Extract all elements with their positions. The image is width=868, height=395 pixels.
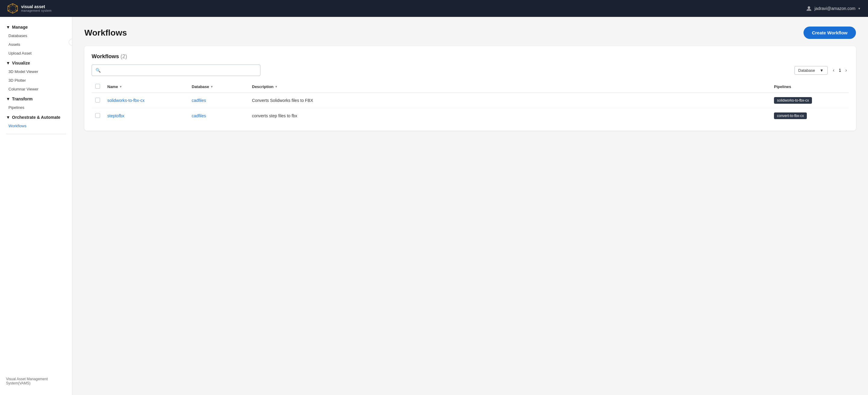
workflows-card: Workflows (2) 🔍 Database ▼ ‹ 1: [84, 46, 856, 130]
sidebar-item-databases[interactable]: Databases: [0, 31, 72, 40]
workflows-count: (2): [121, 53, 127, 59]
row-checkbox-cell: [92, 108, 104, 124]
svg-line-4: [16, 10, 18, 11]
sidebar-section-manage[interactable]: ▼ Manage: [0, 22, 72, 31]
row-description-cell: Converts Solidworks files to FBX: [248, 93, 770, 108]
col-header-pipelines: Pipelines: [770, 81, 849, 93]
logo-subtitle: management system: [21, 9, 52, 13]
transform-chevron-icon: ▼: [6, 96, 10, 101]
card-title-text: Workflows: [92, 53, 119, 59]
user-icon: [806, 5, 812, 11]
row-checkbox-1[interactable]: [95, 113, 100, 118]
orchestrate-chevron-icon: ▼: [6, 115, 10, 120]
user-email: jadravi@amazon.com: [814, 6, 855, 11]
sidebar-item-pipelines[interactable]: Pipelines: [0, 103, 72, 112]
pipeline-badge-0: solidworks-to-fbx-cx: [774, 97, 812, 104]
main-content: Workflows Create Workflow Workflows (2) …: [72, 17, 868, 395]
sidebar-section-orchestrate[interactable]: ▼ Orchestrate & Automate: [0, 112, 72, 122]
sidebar-item-3d-model-viewer[interactable]: 3D Model Viewer: [0, 67, 72, 76]
svg-line-7: [8, 6, 10, 7]
create-workflow-button[interactable]: Create Workflow: [804, 27, 856, 39]
row-checkbox-cell: [92, 93, 104, 108]
row-description-cell: converts step files to fbx: [248, 108, 770, 124]
card-header: Workflows (2): [92, 53, 849, 60]
sidebar-section-manage-label: Manage: [12, 25, 28, 30]
card-title: Workflows (2): [92, 53, 127, 60]
sidebar-item-upload-asset[interactable]: Upload Asset: [0, 49, 72, 58]
database-sort-icon: ▼: [210, 85, 213, 88]
sidebar-section-transform-label: Transform: [12, 96, 33, 101]
sidebar: ‹ ▼ Manage Databases Assets Upload Asset…: [0, 17, 72, 395]
search-input[interactable]: [103, 68, 256, 73]
sidebar-item-columnar-viewer[interactable]: Columnar Viewer: [0, 85, 72, 93]
table-row: solidworks-to-fbx-cx cadfiles Converts S…: [92, 93, 849, 108]
pagination: ‹ 1 ›: [831, 67, 849, 73]
page-title: Workflows: [84, 28, 127, 38]
next-page-button[interactable]: ›: [844, 67, 849, 73]
filter-pagination: Database ▼ ‹ 1 ›: [795, 66, 849, 75]
sidebar-divider: [6, 134, 66, 134]
workflow-database-link-1[interactable]: cadfiles: [192, 113, 206, 118]
sidebar-item-3d-plotter[interactable]: 3D Plotter: [0, 76, 72, 85]
row-pipeline-cell: solidworks-to-fbx-cx: [770, 93, 849, 108]
name-sort-icon: ▼: [119, 85, 122, 88]
table-body: solidworks-to-fbx-cx cadfiles Converts S…: [92, 93, 849, 124]
col-header-description[interactable]: Description ▼: [248, 81, 770, 93]
prev-page-button[interactable]: ‹: [831, 67, 836, 73]
pipeline-badge-1: convert-to-fbx-cx: [774, 113, 807, 119]
top-navigation: visual asset management system jadravi@a…: [0, 0, 868, 17]
row-name-cell: steptofbx: [104, 108, 188, 124]
select-all-checkbox[interactable]: [95, 84, 100, 89]
col-header-database[interactable]: Database ▼: [188, 81, 248, 93]
row-pipeline-cell: convert-to-fbx-cx: [770, 108, 849, 124]
svg-point-8: [808, 6, 810, 9]
col-header-check: [92, 81, 104, 93]
database-filter-label: Database: [798, 68, 815, 73]
logo-title: visual asset: [21, 4, 52, 9]
sidebar-section-transform[interactable]: ▼ Transform: [0, 93, 72, 103]
description-sort-icon: ▼: [275, 85, 278, 88]
sidebar-section-visualize-label: Visualize: [12, 61, 30, 65]
row-database-cell: cadfiles: [188, 93, 248, 108]
sidebar-footer: Visual Asset Management System(VAMS): [0, 372, 72, 390]
visualize-chevron-icon: ▼: [6, 61, 10, 65]
database-filter-chevron-icon: ▼: [820, 68, 824, 73]
workflows-table: Name ▼ Database ▼ Descri: [92, 81, 849, 123]
user-menu[interactable]: jadravi@amazon.com ▼: [806, 5, 861, 11]
workflow-name-link-0[interactable]: solidworks-to-fbx-cx: [107, 98, 145, 103]
svg-line-6: [8, 10, 10, 11]
svg-marker-1: [10, 5, 16, 11]
workflow-database-link-0[interactable]: cadfiles: [192, 98, 206, 103]
page-number: 1: [839, 68, 841, 73]
page-header: Workflows Create Workflow: [84, 27, 856, 39]
logo-icon: [7, 3, 18, 14]
col-header-name[interactable]: Name ▼: [104, 81, 188, 93]
workflow-name-link-1[interactable]: steptofbx: [107, 113, 124, 118]
row-database-cell: cadfiles: [188, 108, 248, 124]
table-row: steptofbx cadfiles converts step files t…: [92, 108, 849, 124]
search-icon: 🔍: [96, 68, 101, 73]
logo: visual asset management system: [7, 3, 52, 14]
sidebar-section-visualize[interactable]: ▼ Visualize: [0, 58, 72, 67]
search-box[interactable]: 🔍: [92, 64, 260, 76]
table-header: Name ▼ Database ▼ Descri: [92, 81, 849, 93]
database-filter-dropdown[interactable]: Database ▼: [795, 66, 828, 75]
row-name-cell: solidworks-to-fbx-cx: [104, 93, 188, 108]
sidebar-item-assets[interactable]: Assets: [0, 40, 72, 49]
manage-chevron-icon: ▼: [6, 25, 10, 30]
table-controls: 🔍 Database ▼ ‹ 1 ›: [92, 64, 849, 76]
sidebar-section-orchestrate-label: Orchestrate & Automate: [12, 115, 61, 120]
row-checkbox-0[interactable]: [95, 98, 100, 102]
sidebar-item-workflows[interactable]: Workflows: [0, 122, 72, 130]
svg-line-3: [16, 6, 18, 7]
user-dropdown-icon: ▼: [858, 7, 861, 10]
logo-text: visual asset management system: [21, 4, 52, 13]
